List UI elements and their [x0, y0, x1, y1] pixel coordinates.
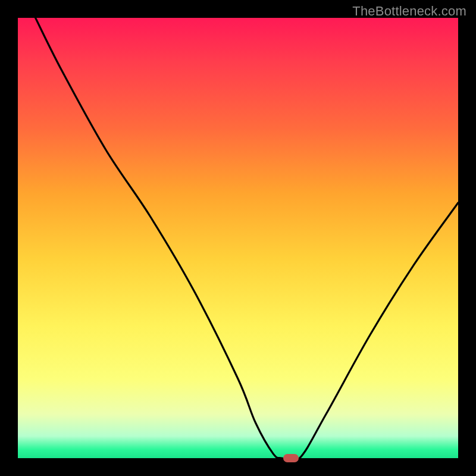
curve-path [36, 18, 458, 458]
optimal-marker [283, 454, 299, 462]
plot-area [18, 18, 458, 458]
bottleneck-curve [18, 18, 458, 458]
watermark-text: TheBottleneck.com [352, 4, 466, 19]
chart-frame: TheBottleneck.com [0, 0, 476, 476]
